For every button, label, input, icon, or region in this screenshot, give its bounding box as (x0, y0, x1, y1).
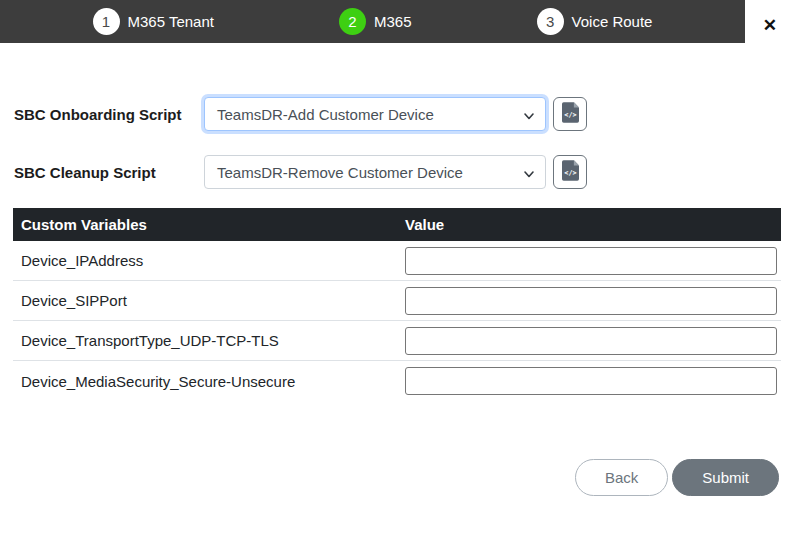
back-button[interactable]: Back (575, 459, 668, 496)
step-label: M365 (374, 13, 412, 30)
onboarding-script-view-button[interactable]: </> (553, 97, 587, 131)
column-header-value: Value (405, 216, 781, 233)
value-input-device-mediasecurity[interactable] (405, 367, 777, 395)
variable-name: Device_TransportType_UDP-TCP-TLS (13, 332, 405, 349)
chevron-down-icon (523, 166, 535, 183)
table-row: Device_TransportType_UDP-TCP-TLS (13, 321, 781, 361)
step-voice-route[interactable]: 3 Voice Route (537, 8, 653, 35)
cleanup-script-row: SBC Cleanup Script TeamsDR-Remove Custom… (14, 155, 774, 189)
cleanup-script-view-button[interactable]: </> (553, 155, 587, 189)
onboarding-script-selected-value: TeamsDR-Add Customer Device (217, 106, 434, 123)
table-header-row: Custom Variables Value (13, 208, 781, 241)
cleanup-script-selected-value: TeamsDR-Remove Customer Device (217, 164, 463, 181)
footer-actions: Back Submit (575, 459, 779, 496)
close-icon[interactable]: ✕ (763, 17, 777, 34)
chevron-down-icon (523, 108, 535, 125)
wizard-step-bar: 1 M365 Tenant 2 M365 3 Voice Route (0, 0, 745, 43)
table-row: Device_SIPPort (13, 281, 781, 321)
value-input-device-sipport[interactable] (405, 287, 777, 315)
variable-name: Device_SIPPort (13, 292, 405, 309)
table-row: Device_IPAddress (13, 241, 781, 281)
script-form: SBC Onboarding Script TeamsDR-Add Custom… (14, 97, 774, 213)
onboarding-script-row: SBC Onboarding Script TeamsDR-Add Custom… (14, 97, 774, 131)
svg-text:</>: </> (564, 169, 576, 177)
onboarding-script-select[interactable]: TeamsDR-Add Customer Device (204, 97, 546, 131)
custom-variables-table: Custom Variables Value Device_IPAddress … (13, 208, 781, 401)
step-number-badge: 3 (537, 8, 564, 35)
step-number-badge: 1 (93, 8, 120, 35)
cleanup-script-label: SBC Cleanup Script (14, 164, 204, 181)
step-m365-tenant[interactable]: 1 M365 Tenant (93, 8, 214, 35)
submit-button[interactable]: Submit (672, 459, 779, 496)
onboarding-script-label: SBC Onboarding Script (14, 106, 204, 123)
svg-text:</>: </> (564, 111, 576, 119)
variable-name: Device_MediaSecurity_Secure-Unsecure (13, 373, 405, 390)
cleanup-script-select[interactable]: TeamsDR-Remove Customer Device (204, 155, 546, 189)
step-m365[interactable]: 2 M365 (339, 8, 412, 35)
variable-name: Device_IPAddress (13, 252, 405, 269)
value-input-device-transporttype[interactable] (405, 327, 777, 355)
step-label: Voice Route (572, 13, 653, 30)
file-code-icon: </> (562, 160, 579, 184)
step-number-badge: 2 (339, 8, 366, 35)
column-header-custom-variables: Custom Variables (13, 216, 405, 233)
table-row: Device_MediaSecurity_Secure-Unsecure (13, 361, 781, 401)
value-input-device-ipaddress[interactable] (405, 247, 777, 275)
step-label: M365 Tenant (128, 13, 214, 30)
file-code-icon: </> (562, 102, 579, 126)
